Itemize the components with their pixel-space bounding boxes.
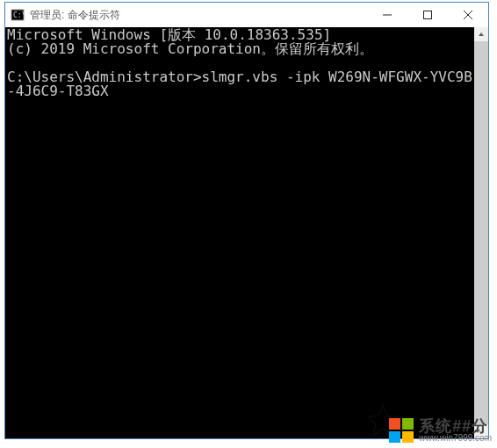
scroll-thumb[interactable] bbox=[474, 41, 488, 424]
text-cursor bbox=[109, 87, 116, 99]
scroll-track[interactable] bbox=[474, 41, 488, 424]
svg-marker-7 bbox=[475, 430, 480, 433]
titlebar[interactable]: C:\ 管理员: 命令提示符 bbox=[5, 3, 488, 27]
scroll-up-arrow[interactable] bbox=[474, 27, 488, 41]
maximize-button[interactable] bbox=[407, 3, 448, 27]
svg-rect-3 bbox=[424, 11, 432, 19]
svg-text:C:\: C:\ bbox=[13, 11, 25, 19]
output-line: (c) 2019 Microsoft Corporation。保留所有权利。 bbox=[7, 40, 373, 57]
vertical-scrollbar[interactable] bbox=[474, 27, 488, 438]
cmd-icon: C:\ bbox=[11, 8, 25, 22]
minimize-button[interactable] bbox=[367, 3, 407, 27]
window-title: 管理员: 命令提示符 bbox=[30, 8, 367, 23]
cmd-window: C:\ 管理员: 命令提示符 Microsoft Windows [版本 10.… bbox=[4, 2, 489, 439]
close-button[interactable] bbox=[448, 3, 488, 27]
svg-marker-6 bbox=[479, 33, 484, 36]
window-controls bbox=[367, 3, 488, 27]
scroll-down-arrow[interactable] bbox=[474, 424, 481, 438]
terminal-output[interactable]: Microsoft Windows [版本 10.0.18363.535] (c… bbox=[5, 27, 474, 438]
terminal-area: Microsoft Windows [版本 10.0.18363.535] (c… bbox=[5, 27, 488, 438]
